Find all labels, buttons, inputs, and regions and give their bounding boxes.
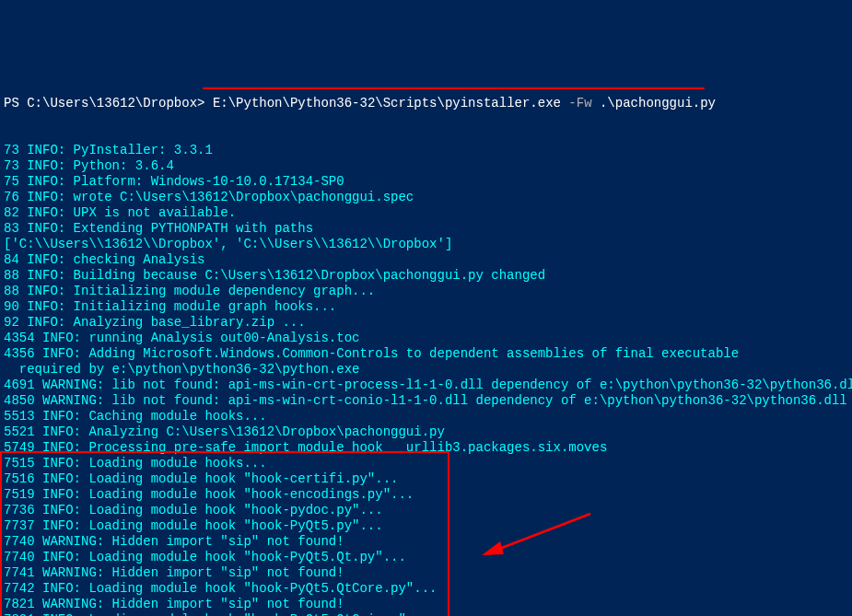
prompt-path: C:\Users\13612\Dropbox xyxy=(27,96,197,110)
output-line: 7515 INFO: Loading module hooks... xyxy=(4,456,848,471)
command-arg: .\pachonggui.py xyxy=(600,96,716,110)
output-line: 92 INFO: Analyzing base_library.zip ... xyxy=(4,315,848,331)
output-line: 7741 WARNING: Hidden import "sip" not fo… xyxy=(4,565,848,581)
output-line: 83 INFO: Extending PYTHONPATH with paths xyxy=(4,221,848,237)
output-line: 5521 INFO: Analyzing C:\Users\13612\Drop… xyxy=(4,424,848,440)
output-line: 88 INFO: Initializing module dependency … xyxy=(4,284,848,299)
output-line: 84 INFO: checking Analysis xyxy=(4,252,848,268)
command-exe: E:\Python\Python36-32\Scripts\pyinstalle… xyxy=(213,96,561,110)
output-line: 7516 INFO: Loading module hook "hook-cer… xyxy=(4,471,848,487)
output-line: 73 INFO: Python: 3.6.4 xyxy=(4,158,848,174)
output-line: 4354 INFO: running Analysis out00-Analys… xyxy=(4,331,848,346)
output-line: 82 INFO: UPX is not available. xyxy=(4,205,848,221)
output-line: 4356 INFO: Adding Microsoft.Windows.Comm… xyxy=(4,346,848,362)
output-line: 5749 INFO: Processing pre-safe import mo… xyxy=(4,440,848,456)
output-line: 7740 WARNING: Hidden import "sip" not fo… xyxy=(4,534,848,550)
output-line: 73 INFO: PyInstaller: 3.3.1 xyxy=(4,143,848,158)
output-line: 7519 INFO: Loading module hook "hook-enc… xyxy=(4,487,848,503)
output-lines: 73 INFO: PyInstaller: 3.3.173 INFO: Pyth… xyxy=(4,143,848,616)
output-line: 7821 INFO: Loading module hook "hook-PyQ… xyxy=(4,612,848,616)
command-underline-annotation xyxy=(203,87,705,89)
prompt-sep: > xyxy=(197,96,213,110)
output-line: 7737 INFO: Loading module hook "hook-PyQ… xyxy=(4,518,848,534)
output-line: required by e:\python\python36-32\python… xyxy=(4,362,848,378)
output-line: 7740 INFO: Loading module hook "hook-PyQ… xyxy=(4,550,848,565)
output-line: 90 INFO: Initializing module graph hooks… xyxy=(4,299,848,315)
output-line: 75 INFO: Platform: Windows-10-10.0.17134… xyxy=(4,174,848,190)
output-line: 4691 WARNING: lib not found: api-ms-win-… xyxy=(4,378,848,393)
prompt-line: PS C:\Users\13612\Dropbox> E:\Python\Pyt… xyxy=(4,96,848,111)
output-line: 4850 WARNING: lib not found: api-ms-win-… xyxy=(4,393,848,409)
output-line: 7736 INFO: Loading module hook "hook-pyd… xyxy=(4,503,848,518)
command-flag: -Fw xyxy=(568,96,591,110)
output-line: 88 INFO: Building because C:\Users\13612… xyxy=(4,268,848,284)
output-line: ['C:\\Users\\13612\\Dropbox', 'C:\\Users… xyxy=(4,237,848,252)
output-line: 76 INFO: wrote C:\Users\13612\Dropbox\pa… xyxy=(4,190,848,205)
output-line: 5513 INFO: Caching module hooks... xyxy=(4,409,848,424)
prompt-prefix: PS xyxy=(4,96,27,110)
output-line: 7821 WARNING: Hidden import "sip" not fo… xyxy=(4,597,848,612)
output-line: 7742 INFO: Loading module hook "hook-PyQ… xyxy=(4,581,848,597)
terminal-output[interactable]: PS C:\Users\13612\Dropbox> E:\Python\Pyt… xyxy=(0,63,852,616)
